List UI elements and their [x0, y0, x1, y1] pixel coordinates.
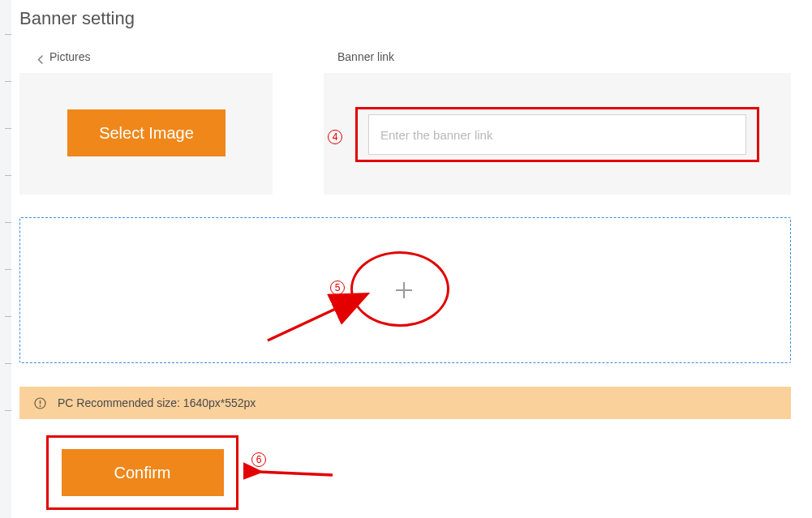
banner-link-input[interactable] [368, 114, 746, 155]
pictures-label: Pictures [49, 50, 91, 63]
info-text: PC Recommended size: 1640px*552px [58, 396, 256, 409]
banner-link-label: Banner link [337, 50, 394, 63]
info-icon [34, 397, 46, 409]
plus-icon[interactable] [396, 282, 412, 298]
svg-point-3 [40, 405, 41, 407]
callout-step-6: 6 [251, 452, 266, 467]
left-ruler [0, 0, 11, 518]
annotation-box-confirm: Confirm [46, 435, 238, 510]
callout-step-4: 4 [328, 130, 342, 144]
page-title: Banner setting [19, 8, 135, 29]
svg-line-4 [258, 472, 333, 475]
select-image-button[interactable]: Select Image [67, 109, 226, 156]
info-bar: PC Recommended size: 1640px*552px [19, 387, 791, 419]
annotation-box-input [355, 107, 759, 162]
chevron-left-icon [37, 53, 43, 62]
callout-step-5: 5 [330, 280, 345, 295]
pictures-breadcrumb[interactable]: Pictures [37, 50, 91, 63]
confirm-button[interactable]: Confirm [62, 449, 224, 496]
